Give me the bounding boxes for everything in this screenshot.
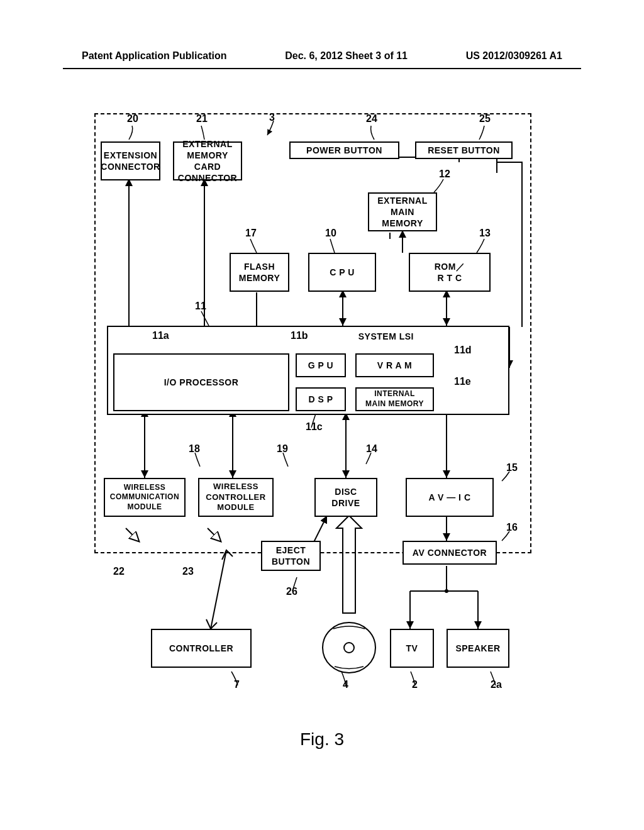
- controller-box: CONTROLLER: [151, 629, 252, 668]
- svg-line-22: [211, 550, 226, 629]
- ref-25: 25: [479, 113, 491, 124]
- ref-11a: 11a: [152, 330, 169, 341]
- av-ic-box: A V — I C: [406, 478, 494, 517]
- ref-26: 26: [286, 586, 297, 597]
- ref-20: 20: [127, 113, 138, 124]
- ref-14: 14: [366, 443, 377, 455]
- ref-21: 21: [196, 113, 208, 124]
- cpu-box: C P U: [308, 253, 376, 292]
- header-divider: [63, 68, 581, 69]
- av-connector-box: AV CONNECTOR: [402, 541, 497, 565]
- speaker-box: SPEAKER: [447, 629, 509, 668]
- svg-point-15: [445, 589, 448, 593]
- ref-11e: 11e: [454, 376, 471, 387]
- ref-15: 15: [506, 462, 518, 473]
- ref-22: 22: [113, 566, 125, 577]
- wireless-communication-module-box: WIRELESS COMMUNICATION MODULE: [104, 478, 186, 517]
- tv-box: TV: [390, 629, 434, 668]
- ref-11c: 11c: [306, 421, 323, 433]
- io-processor-box: I/O PROCESSOR: [113, 353, 289, 411]
- ref-10: 10: [325, 228, 336, 239]
- eject-button-box: EJECT BUTTON: [261, 541, 321, 571]
- figure-caption: Fig. 3: [300, 729, 344, 750]
- ref-17: 17: [245, 228, 257, 239]
- vram-box: V R A M: [355, 353, 434, 377]
- dsp-box: D S P: [296, 387, 346, 411]
- external-memory-card-connector-box: EXTERNAL MEMORY CARD CONNECTOR: [173, 141, 242, 180]
- page-header: Patent Application Publication Dec. 6, 2…: [0, 50, 644, 62]
- ref-11d: 11d: [454, 345, 472, 356]
- ref-23: 23: [182, 566, 194, 577]
- ref-11b: 11b: [291, 330, 308, 341]
- svg-point-24: [344, 643, 354, 653]
- header-left: Patent Application Publication: [82, 50, 227, 62]
- internal-main-memory-box: INTERNAL MAIN MEMORY: [355, 387, 434, 411]
- extension-connector-box: EXTENSION CONNECTOR: [101, 141, 160, 180]
- header-right: US 2012/0309261 A1: [466, 50, 562, 62]
- diagram-area: EXTENSION CONNECTOR EXTERNAL MEMORY CARD…: [94, 113, 547, 717]
- header-center: Dec. 6, 2012 Sheet 3 of 11: [285, 50, 408, 62]
- ref-4: 4: [343, 679, 348, 690]
- ref-24: 24: [366, 113, 377, 124]
- rom-rtc-box: ROM／ R T C: [409, 253, 491, 292]
- external-main-memory-box: EXTERNAL MAIN MEMORY: [368, 192, 437, 231]
- ref-12: 12: [439, 169, 450, 180]
- power-button-box: POWER BUTTON: [289, 141, 399, 159]
- disc-drive-box: DISC DRIVE: [314, 478, 377, 517]
- ref-3: 3: [269, 112, 275, 123]
- gpu-box: G P U: [296, 353, 346, 377]
- ref-16: 16: [506, 522, 518, 533]
- ref-11: 11: [195, 301, 206, 312]
- flash-memory-box: FLASH MEMORY: [230, 253, 289, 292]
- ref-19: 19: [277, 443, 288, 455]
- ref-7: 7: [234, 679, 240, 690]
- svg-point-23: [323, 622, 375, 673]
- ref-13: 13: [479, 228, 491, 239]
- ref-2: 2: [412, 679, 418, 690]
- ref-18: 18: [189, 443, 200, 455]
- wireless-controller-module-box: WIRELESS CONTROLLER MODULE: [198, 478, 274, 517]
- reset-button-box: RESET BUTTON: [415, 141, 513, 159]
- ref-2a: 2a: [491, 679, 502, 690]
